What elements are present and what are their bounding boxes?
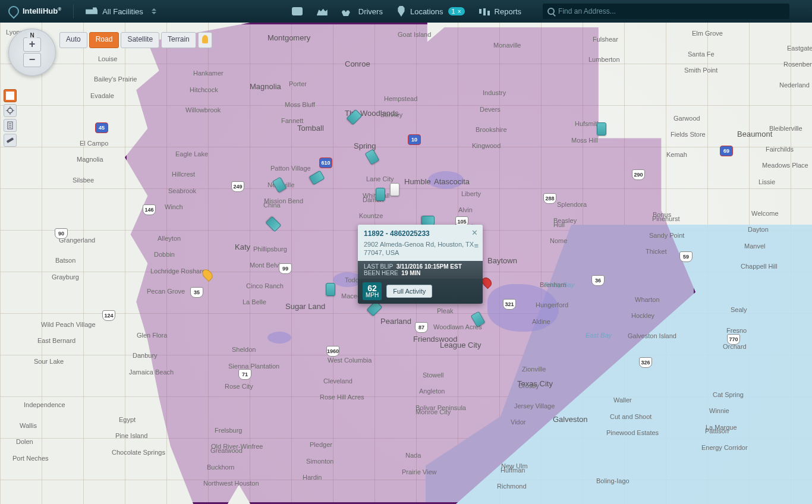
facilities-label: All Facilities [102, 7, 143, 16]
route-shield: 288 [543, 193, 556, 204]
popup-speed: 62 MPH [363, 282, 382, 300]
app-logo[interactable]: IntelliHub® [0, 6, 70, 17]
route-shield: 326 [639, 357, 652, 368]
locations-badge[interactable]: 1 × [448, 7, 465, 15]
facilities-dropdown[interactable]: All Facilities [77, 0, 166, 23]
been-here-label: BEEN HERE [364, 270, 398, 276]
route-shield: 770 [727, 334, 740, 345]
drivers-label: Drivers [358, 7, 383, 16]
address-search[interactable] [543, 4, 789, 19]
nav-messages[interactable] [285, 0, 310, 23]
nav-locations[interactable]: Locations 1 × [390, 0, 472, 23]
vehicle-marker[interactable] [597, 122, 606, 136]
route-shield: 59 [679, 251, 693, 262]
zoom-in-button[interactable]: + [23, 37, 41, 52]
popup-close-button[interactable]: ✕ [471, 228, 478, 237]
map-side-tools [4, 89, 17, 147]
tool-locate[interactable] [4, 104, 17, 117]
route-shield: 1960 [326, 346, 339, 357]
map-layer-toggle: Auto Road Satellite Terrain [59, 32, 212, 48]
layer-streetview-button[interactable] [198, 32, 212, 48]
truck-icon [86, 7, 97, 16]
popup-meta: LAST BLIP 3/11/2016 10:15PM EST BEEN HER… [358, 261, 483, 279]
route-shield: 124 [102, 310, 115, 321]
popup-header: 11892 - 4862025233 2902 Almeda-Genoa Rd,… [358, 225, 483, 261]
last-blip-value: 3/11/2016 10:15PM EST [396, 263, 462, 270]
address-search-input[interactable] [558, 7, 785, 15]
popup-footer: 62 MPH Full Activity [358, 279, 483, 304]
vehicle-popup: 11892 - 4862025233 2902 Almeda-Genoa Rd,… [358, 225, 483, 304]
route-shield: 69 [720, 146, 733, 156]
top-navbar: IntelliHub® All Facilities Drivers Locat… [0, 0, 812, 23]
svg-rect-9 [7, 137, 14, 143]
nav-drivers[interactable]: Drivers [335, 0, 390, 23]
route-shield: 146 [143, 204, 156, 215]
popup-title: 11892 - 4862025233 [364, 229, 477, 238]
nav-dispatch[interactable] [310, 0, 335, 23]
search-icon [547, 8, 555, 15]
lake [428, 171, 464, 189]
nav-reports[interactable]: Reports [472, 0, 529, 23]
tool-list[interactable] [4, 119, 17, 132]
compass-control: N + − [8, 29, 56, 76]
popup-address: 2902 Almeda-Genoa Rd, Houston, TX 77047,… [364, 240, 477, 257]
badge-close-icon[interactable]: × [458, 8, 461, 15]
route-shield: 99 [279, 263, 292, 274]
vehicle-marker[interactable] [390, 183, 399, 196]
been-here-value: 19 MIN [401, 270, 420, 276]
vehicle-marker[interactable] [376, 188, 385, 201]
route-shield: 36 [591, 275, 605, 286]
route-shield: 610 [319, 158, 332, 168]
tool-measure[interactable] [4, 134, 17, 147]
pin-icon [397, 6, 405, 17]
route-shield: 249 [231, 181, 244, 192]
locations-label: Locations [410, 7, 443, 16]
route-shield: 71 [238, 369, 251, 380]
full-activity-button[interactable]: Full Activity [386, 285, 432, 298]
route-shield: 90 [55, 228, 68, 239]
dropdown-caret-icon [152, 8, 158, 14]
route-shield: 35 [190, 287, 203, 298]
route-shield: 321 [503, 299, 516, 310]
map-canvas[interactable]: ConroeSpringSugar LandPearlandLeague Cit… [0, 23, 812, 504]
vehicle-marker[interactable] [421, 216, 435, 225]
route-shield: 45 [95, 122, 108, 133]
route-shield: 10 [408, 134, 421, 145]
hand-icon [317, 7, 328, 15]
speech-icon [292, 7, 303, 15]
person-icon [202, 35, 208, 43]
layer-auto-button[interactable]: Auto [59, 32, 87, 48]
layer-terrain-button[interactable]: Terrain [161, 32, 196, 48]
compass-north-label: N [27, 32, 36, 39]
people-icon [342, 7, 354, 16]
route-shield: 290 [632, 169, 645, 180]
app-name: IntelliHub® [23, 7, 61, 15]
last-blip-label: LAST BLIP [364, 263, 393, 270]
lake [267, 332, 291, 344]
reports-label: Reports [495, 7, 522, 16]
vehicle-marker[interactable] [326, 283, 335, 296]
popup-menu-button[interactable]: ≡ [474, 241, 478, 250]
layer-satellite-button[interactable]: Satellite [121, 32, 159, 48]
zoom-out-button[interactable]: − [23, 53, 41, 67]
tool-fullscreen[interactable] [4, 89, 17, 102]
route-shield: 87 [415, 322, 428, 333]
nav-separator [73, 4, 74, 18]
chart-icon [479, 7, 490, 15]
svg-point-0 [8, 108, 12, 113]
layer-road-button[interactable]: Road [89, 32, 119, 48]
logo-icon [6, 4, 21, 18]
